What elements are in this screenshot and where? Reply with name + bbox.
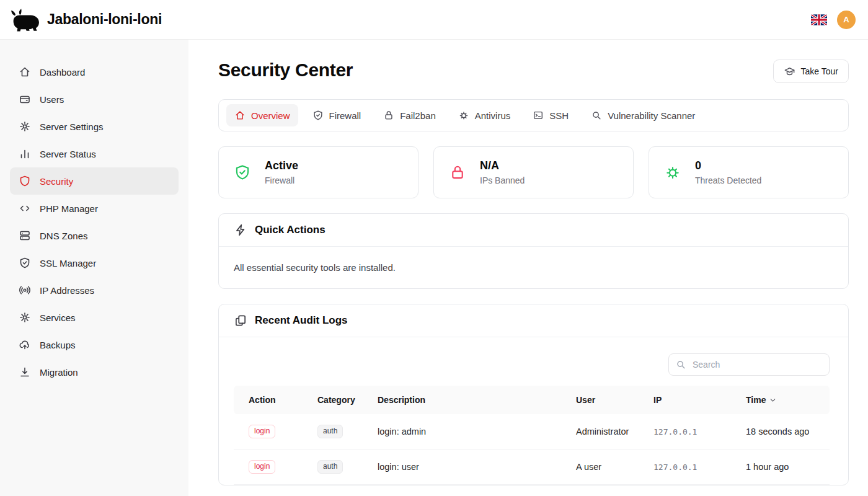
column-header-category: Category [317, 395, 378, 405]
audit-search-row [234, 353, 830, 376]
sidebar-item-server-status[interactable]: Server Status [10, 140, 179, 167]
stat-card-firewall: Active Firewall [218, 146, 418, 198]
wallet-icon [19, 93, 31, 105]
search-icon [675, 359, 686, 370]
sidebar-item-users[interactable]: Users [10, 86, 179, 113]
audit-logs-header: Recent Audit Logs [219, 304, 848, 337]
cell-description: login: admin [378, 427, 576, 436]
action-badge: login [249, 460, 275, 474]
tab-fail2ban[interactable]: Fail2ban [375, 104, 444, 126]
tab-ssh[interactable]: SSH [525, 104, 577, 126]
brand[interactable]: Jabaloni-loni-loni [9, 8, 162, 32]
avatar[interactable]: A [837, 11, 856, 29]
audit-logs-section: Recent Audit Logs Action Category Descri… [218, 304, 849, 485]
gear-icon [19, 311, 31, 324]
cell-time: 18 seconds ago [746, 427, 830, 436]
tab-firewall[interactable]: Firewall [304, 104, 370, 126]
sidebar-item-label: IP Addresses [40, 285, 94, 296]
sidebar-item-services[interactable]: Services [10, 304, 179, 331]
take-tour-label: Take Tour [801, 66, 838, 76]
cell-user: A user [576, 462, 653, 472]
bull-logo-icon [9, 8, 42, 32]
main-content: Security Center Take Tour Overview Firew… [188, 40, 868, 496]
lightning-bolt-icon [234, 223, 247, 237]
brand-name: Jabaloni-loni-loni [47, 11, 162, 28]
virus-icon [458, 110, 469, 121]
graduation-cap-icon [784, 66, 795, 78]
code-icon [19, 202, 31, 215]
sidebar-item-dashboard[interactable]: Dashboard [10, 58, 179, 86]
stat-text: N/A IPs Banned [480, 159, 525, 185]
tab-label: SSH [549, 110, 569, 121]
sidebar-item-backups[interactable]: Backups [10, 331, 179, 358]
section-title: Quick Actions [255, 224, 326, 236]
bar-chart-icon [19, 148, 31, 160]
sidebar-item-migration[interactable]: Migration [10, 358, 179, 386]
sidebar-item-security[interactable]: Security [10, 167, 179, 195]
stat-card-threats: 0 Threats Detected [649, 146, 849, 198]
search-input[interactable] [668, 353, 830, 376]
home-icon [19, 66, 31, 78]
sidebar-item-label: Users [40, 94, 64, 105]
lock-icon [383, 110, 394, 121]
take-tour-button[interactable]: Take Tour [773, 60, 849, 83]
sidebar-item-label: Services [40, 312, 76, 323]
tab-vulnerability-scanner[interactable]: Vulnerability Scanner [583, 104, 703, 126]
sidebar-item-ip-addresses[interactable]: IP Addresses [10, 277, 179, 304]
shield-icon [19, 175, 31, 187]
stat-value: N/A [480, 159, 525, 172]
page-title: Security Center [218, 60, 353, 81]
table-row: login auth login: user A user 127.0.0.1 … [234, 450, 830, 485]
tab-label: Fail2ban [400, 110, 436, 121]
stat-text: 0 Threats Detected [695, 159, 761, 185]
stat-text: Active Firewall [265, 159, 298, 185]
home-icon [234, 110, 246, 121]
sidebar-item-label: PHP Manager [40, 203, 98, 214]
sidebar-item-label: DNS Zones [40, 231, 88, 241]
column-header-action: Action [234, 395, 317, 405]
language-flag-button[interactable] [811, 14, 827, 25]
uk-flag-icon [811, 14, 827, 25]
stat-cards: Active Firewall N/A IPs Banned 0 Threats… [218, 146, 849, 198]
sidebar-item-ssl-manager[interactable]: SSL Manager [10, 249, 179, 277]
sidebar-nav: Dashboard Users Server Settings Server S… [0, 58, 188, 386]
cell-description: login: user [378, 462, 576, 472]
page-header: Security Center Take Tour [218, 60, 849, 83]
quick-actions-header: Quick Actions [219, 214, 848, 247]
gear-icon [19, 120, 31, 133]
sidebar-item-server-settings[interactable]: Server Settings [10, 113, 179, 140]
stat-card-ips-banned: N/A IPs Banned [433, 146, 634, 198]
tab-label: Firewall [329, 110, 361, 121]
category-badge: auth [317, 460, 343, 474]
tab-label: Vulnerability Scanner [608, 110, 695, 121]
tab-antivirus[interactable]: Antivirus [450, 104, 519, 126]
cell-user: Administrator [576, 427, 653, 436]
sidebar-item-label: Dashboard [40, 67, 85, 78]
search-box [668, 353, 830, 376]
sidebar-item-dns-zones[interactable]: DNS Zones [10, 222, 179, 249]
server-stack-icon [19, 229, 31, 242]
audit-table: Action Category Description User IP Time… [234, 386, 830, 485]
lock-icon [449, 164, 466, 181]
column-header-time[interactable]: Time [746, 395, 830, 405]
shield-check-icon [234, 164, 251, 181]
stat-label: Firewall [265, 175, 298, 185]
column-header-user: User [576, 395, 653, 405]
action-badge: login [249, 425, 275, 439]
sidebar-item-php-manager[interactable]: PHP Manager [10, 195, 179, 222]
tab-overview[interactable]: Overview [226, 104, 298, 126]
sidebar: Dashboard Users Server Settings Server S… [0, 40, 188, 496]
scanner-icon [591, 110, 602, 121]
tab-label: Overview [251, 110, 290, 121]
column-header-ip: IP [653, 395, 746, 405]
section-title: Recent Audit Logs [255, 314, 348, 327]
security-tabbar: Overview Firewall Fail2ban Antivirus SSH… [218, 99, 849, 131]
terminal-icon [533, 110, 544, 121]
cell-time: 1 hour ago [746, 462, 830, 472]
tab-label: Antivirus [475, 110, 511, 121]
stat-value: 0 [695, 159, 761, 172]
quick-actions-body: All essential security tools are install… [219, 247, 848, 288]
sidebar-item-label: Server Status [40, 149, 96, 159]
sidebar-item-label: SSL Manager [40, 258, 96, 268]
shield-check-icon [312, 110, 324, 121]
